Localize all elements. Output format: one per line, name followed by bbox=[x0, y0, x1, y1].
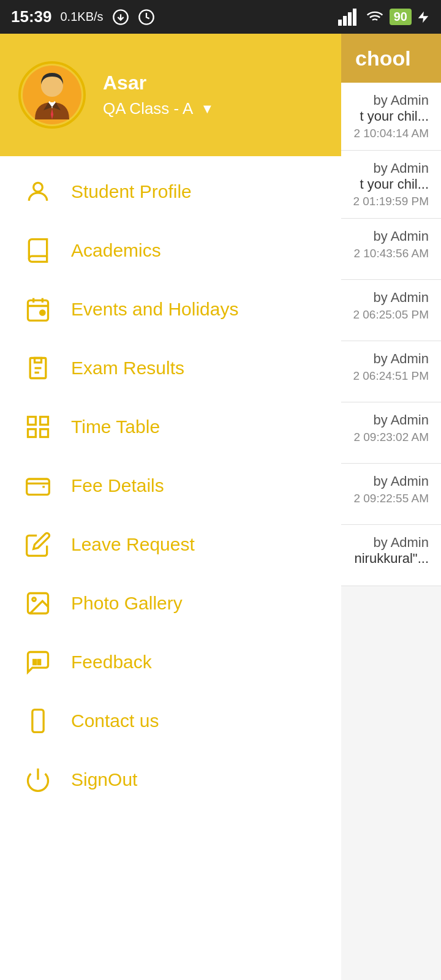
battery-indicator: 90 bbox=[390, 9, 412, 25]
menu-label-photo-gallery: Photo Gallery bbox=[71, 593, 183, 614]
sidebar-item-exam-results[interactable]: Exam Results bbox=[0, 339, 341, 398]
sidebar-item-academics[interactable]: Academics bbox=[0, 221, 341, 280]
sidebar-item-leave-request[interactable]: Leave Request bbox=[0, 515, 341, 574]
navigation-drawer: Asar QA Class - A ▼ Student Profile Acad… bbox=[0, 34, 341, 980]
svg-rect-23 bbox=[40, 429, 48, 437]
menu-label-events-holidays: Events and Holidays bbox=[71, 299, 239, 320]
sidebar-item-fee-details[interactable]: Fee Details bbox=[0, 456, 341, 515]
sync-icon bbox=[138, 9, 155, 26]
avatar bbox=[18, 61, 86, 129]
user-name: Asar bbox=[103, 72, 214, 94]
svg-rect-5 bbox=[348, 12, 352, 26]
svg-rect-20 bbox=[28, 417, 36, 425]
sidebar-item-photo-gallery[interactable]: Photo Gallery bbox=[0, 574, 341, 633]
calendar-dot-icon bbox=[22, 293, 54, 325]
notification-text: nirukkural"... bbox=[349, 551, 429, 567]
svg-rect-27 bbox=[32, 710, 43, 733]
notification-time: 2 09:23:02 AM bbox=[349, 431, 429, 444]
notification-by: by Admin bbox=[349, 351, 429, 367]
wallet-icon bbox=[22, 470, 54, 502]
status-time: 15:39 bbox=[11, 7, 52, 26]
notification-time: 2 10:04:14 AM bbox=[349, 127, 429, 140]
status-speed: 0.1KB/s bbox=[61, 10, 104, 24]
charging-icon bbox=[417, 9, 430, 26]
bg-header-title: chool bbox=[355, 47, 411, 70]
menu-label-fee-details: Fee Details bbox=[71, 475, 164, 496]
user-class: QA Class - A bbox=[103, 99, 193, 118]
sidebar-item-feedback[interactable]: Feedback bbox=[0, 633, 341, 692]
menu-label-feedback: Feedback bbox=[71, 652, 152, 673]
power-icon bbox=[22, 764, 54, 796]
svg-rect-6 bbox=[353, 9, 356, 26]
chevron-down-icon: ▼ bbox=[200, 101, 214, 117]
pencil-icon bbox=[22, 529, 54, 560]
notification-time: 2 06:25:05 PM bbox=[349, 308, 429, 322]
menu-label-academics: Academics bbox=[71, 240, 161, 261]
notification-by: by Admin bbox=[349, 412, 429, 428]
notification-time: 2 10:43:56 AM bbox=[349, 247, 429, 260]
svg-rect-22 bbox=[28, 429, 36, 437]
notification-by: by Admin bbox=[349, 290, 429, 306]
notification-by: by Admin bbox=[349, 228, 429, 244]
sidebar-item-events-holidays[interactable]: Events and Holidays bbox=[0, 280, 341, 339]
notification-by: by Admin bbox=[349, 160, 429, 176]
svg-point-11 bbox=[34, 183, 43, 192]
signal-icon bbox=[338, 9, 360, 26]
image-icon bbox=[22, 587, 54, 619]
svg-rect-3 bbox=[338, 20, 342, 26]
notification-time: 2 01:19:59 PM bbox=[349, 195, 429, 208]
download-icon bbox=[112, 9, 129, 26]
menu-label-exam-results: Exam Results bbox=[71, 358, 184, 379]
notification-by: by Admin bbox=[349, 535, 429, 551]
wifi-icon bbox=[365, 9, 385, 26]
sidebar-item-student-profile[interactable]: Student Profile bbox=[0, 162, 341, 221]
sidebar-item-sign-out[interactable]: SignOut bbox=[0, 750, 341, 809]
notification-text: t your chil... bbox=[349, 108, 429, 124]
svg-marker-8 bbox=[418, 11, 429, 22]
notification-by: by Admin bbox=[349, 92, 429, 108]
user-icon bbox=[22, 176, 54, 208]
svg-point-16 bbox=[40, 311, 45, 315]
feedback-icon bbox=[22, 646, 54, 678]
drawer-menu: Student Profile Academics Events and Hol… bbox=[0, 156, 341, 980]
notification-time: 2 09:22:55 AM bbox=[349, 492, 429, 505]
book-icon bbox=[22, 235, 54, 266]
menu-label-sign-out: SignOut bbox=[71, 769, 137, 790]
class-row[interactable]: QA Class - A ▼ bbox=[103, 99, 214, 118]
clipboard-icon bbox=[22, 352, 54, 384]
phone-icon bbox=[22, 705, 54, 737]
svg-rect-21 bbox=[40, 417, 48, 425]
notification-text: t your chil... bbox=[349, 176, 429, 192]
notification-by: by Admin bbox=[349, 473, 429, 489]
status-icons: 90 bbox=[338, 9, 430, 26]
notification-time: 2 06:24:51 PM bbox=[349, 369, 429, 383]
grid-icon bbox=[22, 411, 54, 443]
status-bar: 15:39 0.1KB/s 90 bbox=[0, 0, 441, 34]
menu-label-time-table: Time Table bbox=[71, 417, 160, 437]
drawer-header: Asar QA Class - A ▼ bbox=[0, 34, 341, 156]
svg-rect-12 bbox=[28, 300, 48, 320]
sidebar-item-contact-us[interactable]: Contact us bbox=[0, 692, 341, 750]
svg-rect-24 bbox=[27, 479, 50, 495]
menu-label-contact-us: Contact us bbox=[71, 710, 159, 731]
avatar-image bbox=[21, 64, 83, 126]
menu-label-leave-request: Leave Request bbox=[71, 534, 195, 555]
sidebar-item-time-table[interactable]: Time Table bbox=[0, 398, 341, 456]
menu-label-student-profile: Student Profile bbox=[71, 181, 192, 202]
user-info: Asar QA Class - A ▼ bbox=[103, 72, 214, 118]
svg-point-26 bbox=[32, 598, 36, 601]
svg-rect-4 bbox=[343, 16, 347, 26]
